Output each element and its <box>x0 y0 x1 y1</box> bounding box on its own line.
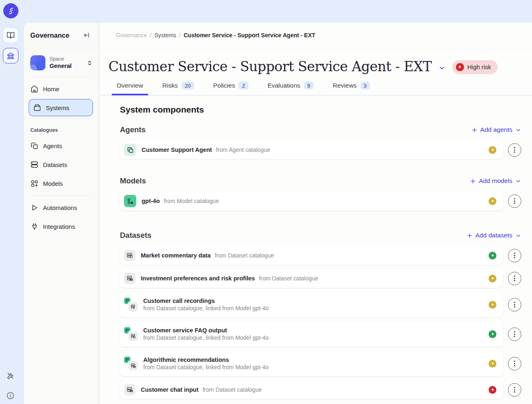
title-chevron-down-icon[interactable] <box>438 64 446 72</box>
plus-icon <box>470 178 476 184</box>
content-shell: Governance Space General <box>24 23 532 404</box>
sidebar-item-integrations[interactable]: Integrations <box>24 217 98 236</box>
row-menu-button[interactable] <box>508 194 521 208</box>
dataset-icon <box>124 250 135 261</box>
component-name: Customer Support Agent <box>142 147 212 153</box>
add-datasets-button[interactable]: Add datasets <box>467 232 521 239</box>
sidebar-item-label: Systems <box>46 104 70 111</box>
systems-icon <box>33 104 41 112</box>
component-name: Market commentary data <box>141 252 211 259</box>
risk-badge-label: High risk <box>467 63 491 70</box>
home-icon <box>30 85 38 93</box>
list-item[interactable]: Customer Support Agent from Agent catalo… <box>120 140 503 159</box>
breadcrumb: Governance / Systems / Customer Service … <box>100 23 532 48</box>
tab-bar: Overview Risks 20 Policies 2 Evaluations… <box>100 81 532 95</box>
tab-reviews[interactable]: Reviews 3 <box>333 81 370 95</box>
row-menu-button[interactable] <box>508 249 521 262</box>
info-icon[interactable] <box>6 391 15 400</box>
add-models-button[interactable]: Add models <box>470 177 521 185</box>
row-menu-button[interactable] <box>508 357 521 370</box>
dataset-row-wrap: Customer service FAQ output from Dataset… <box>120 321 521 347</box>
sidebar-catalogues: Agents Datasets <box>24 136 98 193</box>
sidebar-item-datasets[interactable]: Datasets <box>24 155 98 174</box>
datasets-section-title: Datasets <box>120 231 151 240</box>
breadcrumb-item-systems[interactable]: Systems <box>154 32 176 38</box>
component-name: Customer service FAQ output <box>143 327 227 334</box>
sidebar-item-label: Integrations <box>43 223 75 230</box>
sidebar-collapse-icon[interactable] <box>82 31 91 40</box>
chevron-down-icon <box>515 127 521 133</box>
chevron-down-icon <box>515 178 521 184</box>
list-item[interactable]: Algorithmic recommendations from Dataset… <box>120 351 503 376</box>
sidebar-item-label: Models <box>43 180 63 187</box>
sidebar-divider <box>30 195 91 196</box>
governance-bank-icon[interactable] <box>3 48 18 63</box>
breadcrumb-item-governance[interactable]: Governance <box>116 32 147 38</box>
tools-icon[interactable] <box>6 371 15 380</box>
models-icon <box>30 179 38 187</box>
agents-section-title: Agents <box>120 125 146 134</box>
space-label: Space <box>50 56 72 63</box>
tab-evaluations[interactable]: Evaluations 9 <box>268 81 313 95</box>
datasets-section-header: Datasets Add datasets <box>120 231 521 240</box>
automations-icon <box>30 203 38 212</box>
dataset-mini-icon <box>128 361 138 370</box>
tab-count-badge: 2 <box>239 81 248 90</box>
space-name: General <box>50 62 72 70</box>
agents-section-header: Agents Add agents <box>120 125 521 134</box>
chevron-down-icon <box>515 232 521 239</box>
sidebar-item-systems[interactable]: Systems <box>29 99 93 116</box>
risk-badge[interactable]: High risk <box>452 60 498 74</box>
component-source: from Dataset catalogue, linked from Mode… <box>143 334 269 341</box>
tab-overview[interactable]: Overview <box>117 81 143 95</box>
component-source: from Dataset catalogue, linked from Mode… <box>143 305 269 311</box>
tab-count-badge: 3 <box>361 81 370 90</box>
tab-label: Overview <box>117 82 143 89</box>
tab-label: Risks <box>162 82 178 89</box>
sidebar-item-automations[interactable]: Automations <box>24 198 98 217</box>
tab-risks[interactable]: Risks 20 <box>162 81 194 95</box>
status-bolt-icon <box>489 252 496 260</box>
sidebar-item-models[interactable]: Models <box>24 174 98 193</box>
brand-logo-icon[interactable] <box>3 3 18 18</box>
status-bolt-icon <box>489 386 496 394</box>
add-models-label: Add models <box>479 177 512 185</box>
sidebar-item-label: Datasets <box>43 161 67 168</box>
dataset-icon <box>124 273 135 284</box>
row-menu-button[interactable] <box>508 383 521 397</box>
tab-count-badge: 9 <box>304 81 313 90</box>
dataset-row-wrap: Investment preferences and risk profiles… <box>120 269 521 288</box>
space-avatar <box>30 55 45 70</box>
list-item[interactable]: Customer chat input from Dataset catalog… <box>120 380 503 399</box>
tab-label: Policies <box>213 82 235 89</box>
sidebar-item-label: Automations <box>43 204 77 211</box>
component-name: gpt-4o <box>142 198 160 204</box>
sidebar-nav: Home Systems <box>24 79 98 116</box>
list-item[interactable]: Market commentary data from Dataset cata… <box>120 246 503 265</box>
agents-icon <box>30 142 38 150</box>
integrations-icon <box>30 222 38 230</box>
sidebar: Governance Space General <box>24 23 100 404</box>
tab-policies[interactable]: Policies 2 <box>213 81 248 95</box>
add-agents-button[interactable]: Add agents <box>471 126 521 133</box>
row-menu-button[interactable] <box>508 327 521 341</box>
tab-count-badge: 20 <box>182 81 194 90</box>
status-bolt-icon <box>489 275 496 282</box>
list-item[interactable]: Customer call recordings from Dataset ca… <box>120 292 503 317</box>
content-heading: System components <box>120 105 521 115</box>
list-item[interactable]: Investment preferences and risk profiles… <box>120 269 503 288</box>
sidebar-item-agents[interactable]: Agents <box>24 136 98 155</box>
component-name: Customer call recordings <box>143 298 215 304</box>
row-menu-button[interactable] <box>508 143 521 157</box>
plus-icon <box>467 232 473 239</box>
library-book-icon[interactable] <box>3 27 18 43</box>
model-icon <box>124 195 136 207</box>
row-menu-button[interactable] <box>508 298 521 311</box>
row-menu-button[interactable] <box>508 272 521 285</box>
list-item[interactable]: Customer service FAQ output from Dataset… <box>120 321 503 347</box>
sidebar-item-home[interactable]: Home <box>24 79 98 98</box>
list-item[interactable]: gpt-4o from Model catalogue <box>120 192 503 210</box>
space-switcher[interactable]: Space General <box>30 55 93 70</box>
app-rail <box>0 0 24 404</box>
catalogues-section-label: Catalogues <box>24 122 98 135</box>
